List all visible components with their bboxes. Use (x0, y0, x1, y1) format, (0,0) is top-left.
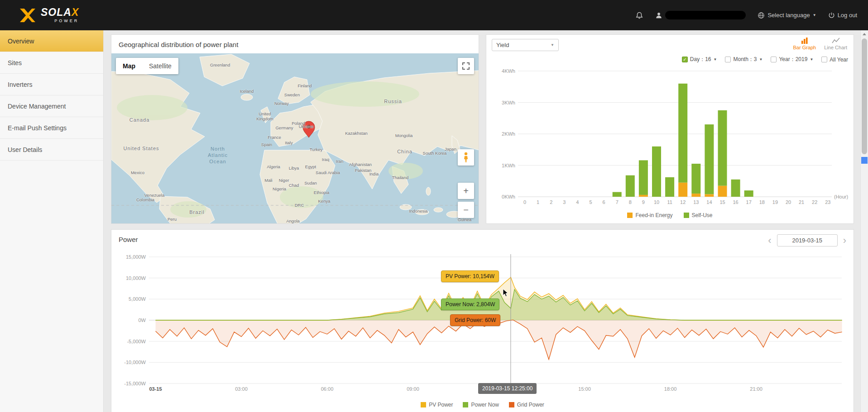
svg-text:10: 10 (654, 199, 659, 205)
user-icon (655, 12, 662, 19)
svg-text:4: 4 (576, 199, 579, 205)
map-panel: Geographical distribution of power plant (111, 34, 479, 224)
date-navigation: ‹ 2019-03-15 › (768, 234, 846, 246)
language-selector[interactable]: Select language ▼ (758, 12, 816, 19)
next-day-button[interactable]: › (843, 236, 846, 246)
page-scrollbar[interactable] (860, 30, 868, 412)
filter-checkbox[interactable] (821, 57, 827, 62)
map-type-satellite-button[interactable]: Satellite (142, 58, 178, 74)
yield-filter[interactable]: All Year (821, 57, 848, 63)
svg-text:16: 16 (733, 199, 738, 205)
bar-graph-label: Bar Graph (793, 45, 816, 50)
grid-power-tooltip: Grid Power: 60W (450, 314, 500, 326)
svg-text:15:00: 15:00 (578, 386, 591, 392)
sidebar-item-user-details[interactable]: User Details (0, 139, 103, 161)
svg-text:3KWh: 3KWh (502, 100, 515, 105)
svg-text:20: 20 (786, 199, 791, 205)
brand-accent: X (72, 6, 79, 18)
svg-text:19: 19 (772, 199, 778, 205)
filter-checkbox[interactable] (725, 57, 731, 62)
svg-text:7: 7 (616, 199, 619, 205)
date-input[interactable]: 2019-03-15 (777, 234, 838, 246)
svg-text:-10,000W: -10,000W (124, 360, 146, 365)
svg-text:0KWh: 0KWh (502, 194, 515, 199)
svg-text:18: 18 (759, 199, 765, 205)
power-now-tooltip: Power Now: 2,804W (441, 298, 499, 310)
svg-text:4KWh: 4KWh (502, 68, 515, 74)
legend-item: Power Now (463, 402, 499, 408)
svg-text:9: 9 (642, 199, 645, 205)
power-panel: Power ‹ 2019-03-15 › 15,000W10,000W5,000… (111, 229, 854, 412)
sidebar-item-email-push-settings[interactable]: E-mail Push Settings (0, 117, 103, 139)
svg-text:09:00: 09:00 (407, 386, 419, 392)
sidebar-item-label: E-mail Push Settings (8, 124, 67, 132)
zoom-out-button[interactable]: − (458, 202, 474, 218)
legend-label: PV Power (429, 402, 453, 408)
fullscreen-button[interactable] (458, 58, 474, 74)
sidebar-item-label: User Details (8, 146, 42, 153)
previous-day-button[interactable]: ‹ (768, 236, 771, 246)
sidebar-item-inverters[interactable]: Inverters (0, 74, 103, 95)
filter-label: Month：3 (733, 56, 757, 63)
map-canvas (111, 53, 479, 223)
map-panel-title: Geographical distribution of power plant (111, 35, 479, 52)
pegman-icon (461, 152, 470, 163)
yield-filter[interactable]: Month：3▼ (725, 56, 762, 63)
svg-text:2: 2 (550, 199, 552, 205)
sidebar-item-sites[interactable]: Sites (0, 52, 103, 74)
chevron-down-icon[interactable]: ▼ (759, 57, 763, 62)
map-type-map-button[interactable]: Map (116, 58, 142, 74)
street-view-pegman[interactable] (458, 149, 474, 166)
line-chart-toggle[interactable]: Line Chart (824, 38, 847, 50)
sidebar-item-label: Device Management (8, 103, 66, 110)
svg-text:15,000W: 15,000W (126, 254, 146, 260)
chart-view-toggle: Bar Graph Line Chart (793, 38, 847, 50)
scrollbar-up-arrow[interactable] (861, 30, 868, 38)
scrollbar-thumb[interactable] (862, 38, 867, 154)
power-panel-title: Power (111, 230, 854, 247)
legend-swatch (627, 213, 633, 218)
svg-text:18:00: 18:00 (664, 386, 677, 392)
yield-filter[interactable]: ✓Day：16▼ (682, 56, 717, 63)
legend-item: Grid Power (509, 402, 544, 408)
svg-text:23: 23 (825, 199, 830, 205)
svg-text:5,000W: 5,000W (129, 296, 146, 302)
svg-text:10,000W: 10,000W (126, 275, 146, 281)
svg-text:13: 13 (693, 199, 699, 205)
svg-text:03-15: 03-15 (149, 386, 162, 392)
line-chart-icon (832, 38, 840, 44)
logout-button[interactable]: Log out (828, 12, 857, 19)
sidebar: Overview Sites Inverters Device Manageme… (0, 30, 104, 412)
fullscreen-icon (462, 62, 470, 70)
yield-filter[interactable]: Year：2019▼ (771, 56, 813, 63)
yield-filters: ✓Day：16▼Month：3▼Year：2019▼All Year (682, 56, 848, 63)
svg-text:15: 15 (719, 199, 725, 205)
redacted-username (665, 11, 746, 19)
notification-bell-icon[interactable] (635, 11, 643, 19)
line-chart-label: Line Chart (824, 45, 847, 50)
svg-text:06:00: 06:00 (321, 386, 334, 392)
yield-legend: Feed-in EnergySelf-Use (486, 212, 854, 218)
sidebar-item-overview[interactable]: Overview (0, 30, 103, 52)
yield-type-select[interactable]: Yield ▼ (492, 39, 559, 51)
svg-text:(Hour): (Hour) (834, 194, 848, 199)
filter-checkbox[interactable]: ✓ (682, 57, 688, 62)
sidebar-item-device-management[interactable]: Device Management (0, 95, 103, 117)
svg-text:03:00: 03:00 (235, 386, 248, 392)
filter-label: Day：16 (690, 56, 711, 63)
filter-checkbox[interactable] (771, 57, 777, 62)
world-map[interactable]: GreenlandIcelandFinlandSwedenNorwayRussi… (111, 53, 479, 223)
svg-text:-5,000W: -5,000W (127, 339, 146, 344)
user-account[interactable] (655, 11, 746, 19)
legend-item: Self-Use (684, 212, 713, 218)
solax-x-icon (19, 8, 36, 23)
chevron-down-icon[interactable]: ▼ (810, 57, 813, 62)
svg-text:3: 3 (563, 199, 566, 205)
zoom-in-button[interactable]: + (458, 183, 474, 199)
svg-text:1KWh: 1KWh (502, 163, 515, 168)
power-icon (828, 12, 835, 19)
chevron-down-icon[interactable]: ▼ (714, 57, 717, 62)
bar-graph-toggle[interactable]: Bar Graph (793, 38, 816, 50)
svg-text:5: 5 (589, 199, 592, 205)
chevron-down-icon: ▼ (551, 43, 554, 47)
